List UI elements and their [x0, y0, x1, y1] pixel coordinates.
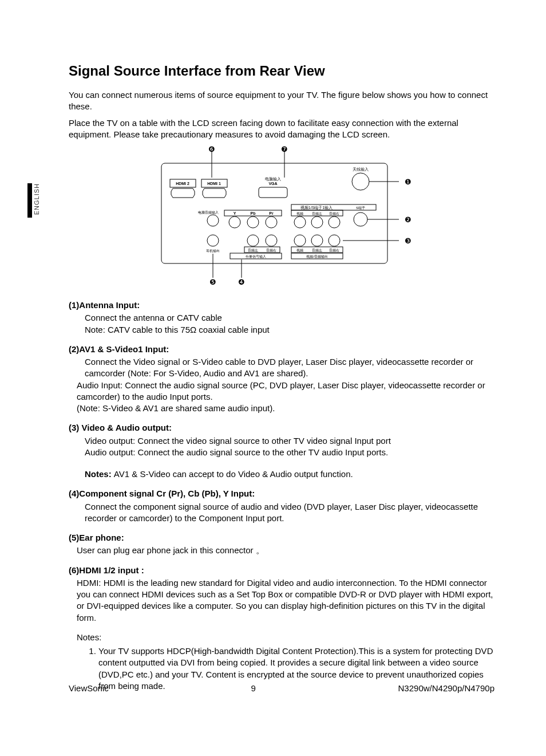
- label-aR3: 音频右: [329, 248, 339, 252]
- language-tab: ENGLISH: [33, 183, 40, 215]
- label-ear: 耳机输出: [206, 249, 220, 253]
- callout-1: ❶: [405, 178, 412, 186]
- label-vid: 视频: [296, 212, 303, 215]
- label-aR: 音频右: [329, 211, 339, 215]
- item-5: (5)Ear phone:User can plug ear phone jac…: [69, 532, 494, 557]
- svg-point-27: [329, 235, 340, 246]
- intro-paragraph-1: You can connect numerous items of source…: [69, 89, 494, 113]
- item-head: (1)Antenna Input:: [69, 300, 494, 311]
- notes-text: AV1 & S-Video can accept to do Video & A…: [114, 469, 353, 479]
- rear-panel-diagram: ❻ ❼ 天线输入 ❶ HDMI 2 HDMI 1 电脑输入 VGA 视频1/S端…: [69, 146, 494, 289]
- notes-label: Notes:: [85, 469, 114, 479]
- label-pr: Pr: [269, 211, 274, 215]
- svg-point-20: [207, 235, 219, 246]
- label-antenna: 天线输入: [353, 167, 369, 172]
- callout-5: ❺: [209, 278, 216, 286]
- footer-page: 9: [251, 683, 255, 693]
- footer-model: N3290w/N4290p/N4790p: [398, 683, 494, 693]
- label-aL2: 音频左: [248, 248, 258, 252]
- label-svideo: S端子: [356, 206, 365, 210]
- svg-point-21: [247, 235, 259, 246]
- label-hdmi2: HDMI 2: [176, 182, 189, 186]
- item-6: (6)HDMI 1/2 input :HDMI: HDMI is the lea…: [69, 565, 494, 692]
- item-body-line: Note: CATV cable to this 75Ω coaxial cab…: [85, 324, 494, 336]
- footer-brand: ViewSonic: [69, 683, 109, 693]
- svg-point-3: [352, 173, 369, 190]
- description-list: (1)Antenna Input:Connect the antenna or …: [69, 300, 494, 692]
- label-hdmi1: HDMI 1: [207, 182, 221, 186]
- item-body-line: Connect the component signal source of a…: [85, 501, 494, 525]
- label-vga-top: 电脑输入: [265, 177, 281, 182]
- intro-paragraph-2: Place the TV on a table with the LCD scr…: [69, 117, 494, 141]
- item-1: (1)Antenna Input:Connect the antenna or …: [69, 300, 494, 336]
- language-tab-bar: [27, 183, 32, 218]
- svg-point-16: [311, 216, 323, 228]
- item-2: (2)AV1 & S-Video1 Input:Connect the Vide…: [69, 344, 494, 415]
- item-body-line: HDMI: HDMI is the leading new standard f…: [77, 577, 494, 624]
- item-body-line: User can plug ear phone jack in this con…: [77, 545, 494, 556]
- page: ENGLISH Signal Source Interface from Rea…: [0, 0, 546, 756]
- svg-point-11: [229, 216, 240, 228]
- item-head: (6)HDMI 1/2 input :: [69, 565, 494, 576]
- label-pcaudio: 电脑音频输入: [198, 210, 219, 214]
- item-head: (5)Ear phone:: [69, 532, 494, 544]
- svg-point-15: [294, 216, 306, 228]
- item-3: (3) Video & Audio output:Video output: C…: [69, 422, 494, 480]
- item-head: (3) Video & Audio output:: [69, 422, 494, 434]
- notes-heading: Notes:: [77, 632, 494, 643]
- callout-3: ❸: [405, 237, 412, 245]
- svg-point-18: [354, 212, 367, 226]
- callout-6: ❻: [208, 146, 215, 153]
- item-head: (4)Component signal Cr (Pr), Cb (Pb), Y …: [69, 488, 494, 499]
- label-aR2: 音频右: [266, 248, 276, 252]
- label-aL: 音频左: [312, 211, 322, 215]
- callout-2: ❷: [405, 215, 412, 224]
- rear-panel-svg: ❻ ❼ 天线输入 ❶ HDMI 2 HDMI 1 电脑输入 VGA 视频1/S端…: [144, 146, 419, 289]
- svg-point-26: [311, 235, 323, 246]
- label-row2hdr: 视频1/S端子1输入: [300, 206, 333, 210]
- svg-point-17: [329, 216, 340, 228]
- svg-point-9: [207, 215, 219, 226]
- svg-point-13: [266, 216, 277, 228]
- label-vid2: 视频: [296, 249, 303, 252]
- item-body-line: (Note: S-Video & AV1 are shared same aud…: [77, 403, 494, 414]
- svg-point-25: [294, 235, 306, 246]
- label-compin: 分量信号输入: [246, 255, 266, 258]
- page-title: Signal Source Interface from Rear View: [69, 63, 494, 79]
- item-body-line: Audio Input: Connect the audio signal so…: [77, 380, 494, 403]
- label-aL3: 音频左: [312, 248, 322, 252]
- label-y: Y: [234, 211, 236, 215]
- item-4: (4)Component signal Cr (Pr), Cb (Pb), Y …: [69, 488, 494, 524]
- page-footer: ViewSonic 9 N3290w/N4290p/N4790p: [69, 683, 494, 693]
- callout-7: ❼: [281, 146, 288, 153]
- callout-4: ❹: [238, 278, 245, 286]
- item-body-line: Connect the antenna or CATV cable: [85, 312, 494, 324]
- item-body-line: Audio output: Connect the audio signal s…: [85, 447, 494, 458]
- item-body-line: Connect the Video signal or S-Video cabl…: [85, 356, 494, 380]
- label-avout: 视频/音频输出: [306, 254, 328, 258]
- item-head: (2)AV1 & S-Video1 Input:: [69, 344, 494, 355]
- svg-point-22: [266, 235, 277, 246]
- svg-point-12: [247, 216, 259, 228]
- item-notes: Notes: AV1 & S-Video can accept to do Vi…: [85, 468, 494, 480]
- item-body-line: Video output: Connect the video signal s…: [85, 435, 494, 447]
- label-pb: Pb: [251, 211, 256, 215]
- svg-rect-7: [259, 187, 287, 198]
- label-vga-bot: VGA: [268, 182, 277, 186]
